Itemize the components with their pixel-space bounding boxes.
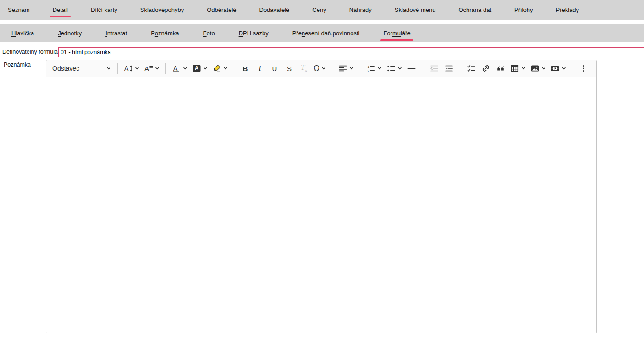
todo-list-button[interactable] xyxy=(465,62,478,75)
toolbar-separator xyxy=(360,63,360,74)
tab-hlavicka[interactable]: Hlavička xyxy=(11,24,34,42)
chevron-down-icon xyxy=(223,66,228,71)
special-characters-button[interactable]: Ω xyxy=(312,62,327,75)
italic-icon: I xyxy=(259,65,261,72)
tab-prilohy[interactable]: Přílohy xyxy=(514,0,533,20)
rich-text-editor: OdstavecAAAABIUSTxΩ12 xyxy=(46,60,597,333)
outdent-icon xyxy=(429,64,439,73)
todo-list-icon xyxy=(467,64,476,73)
tab-formulare[interactable]: Formuláře xyxy=(383,24,410,42)
toolbar-separator xyxy=(332,63,332,74)
bulleted-list-icon xyxy=(386,64,396,73)
indent-icon xyxy=(444,64,453,73)
heading-dropdown-label: Odstavec xyxy=(52,65,79,72)
strikethrough-button[interactable]: S xyxy=(283,62,296,75)
svg-text:A: A xyxy=(144,65,149,72)
remove-format-icon: Tx xyxy=(301,64,307,72)
insert-table-button[interactable] xyxy=(509,62,527,75)
svg-text:A: A xyxy=(124,65,129,72)
chevron-down-icon xyxy=(183,66,187,71)
tab-intrastat[interactable]: Intrastat xyxy=(105,24,127,42)
detail-tab-bar: HlavičkaJednotkyIntrastatPoznámkaFotoDPH… xyxy=(0,24,644,42)
tab-seznam[interactable]: Seznam xyxy=(8,0,30,20)
chevron-down-icon xyxy=(203,66,208,71)
definable-form-input[interactable] xyxy=(58,47,644,57)
tab-skladove-pohyby[interactable]: Skladové pohyby xyxy=(140,0,184,20)
special-characters-icon: Ω xyxy=(314,64,319,72)
tab-jednotky[interactable]: Jednotky xyxy=(58,24,82,42)
tab-detail[interactable]: Detail xyxy=(53,0,68,20)
tab-preklady[interactable]: Překlady xyxy=(556,0,579,20)
link-button[interactable] xyxy=(479,62,492,75)
tab-skladove-menu[interactable]: Skladové menu xyxy=(395,0,436,20)
remove-format-button[interactable]: Tx xyxy=(297,62,310,75)
chevron-down-icon xyxy=(155,66,160,71)
svg-text:2: 2 xyxy=(368,69,370,73)
toolbar-separator xyxy=(165,63,166,74)
toolbar-separator xyxy=(117,63,118,74)
link-icon xyxy=(481,64,490,73)
chevron-down-icon xyxy=(521,66,526,71)
font-size-button[interactable]: A xyxy=(122,62,141,75)
bold-icon: B xyxy=(243,65,248,72)
tab-dodavatele[interactable]: Dodavatelé xyxy=(259,0,290,20)
overflow-menu-icon xyxy=(579,64,588,73)
bold-button[interactable]: B xyxy=(239,62,252,75)
text-alignment-button[interactable] xyxy=(337,62,355,75)
toolbar-separator xyxy=(423,63,423,74)
bulleted-list-button[interactable] xyxy=(385,62,403,75)
editor-content-area[interactable] xyxy=(46,77,596,333)
chevron-down-icon xyxy=(377,66,382,71)
insert-image-button[interactable] xyxy=(529,62,547,75)
definable-form-label: Definovatelný formulář: xyxy=(2,49,61,55)
chevron-down-icon xyxy=(561,66,566,71)
svg-text:A: A xyxy=(173,65,178,72)
main-tab-bar: SeznamDetailDílčí kartySkladové pohybyOd… xyxy=(0,0,644,20)
insert-media-icon xyxy=(550,64,560,73)
tab-ochrana-dat[interactable]: Ochrana dat xyxy=(458,0,491,20)
strikethrough-icon: S xyxy=(287,65,292,72)
underline-icon: U xyxy=(272,65,277,72)
note-label: Poznámka xyxy=(4,61,31,68)
overflow-menu-button[interactable] xyxy=(577,62,590,75)
heading-dropdown-button[interactable]: Odstavec xyxy=(50,62,113,75)
tab-ceny[interactable]: Ceny xyxy=(312,0,326,20)
chevron-down-icon xyxy=(321,66,326,71)
toolbar-separator xyxy=(234,63,234,74)
chevron-down-icon xyxy=(541,66,546,71)
indent-button[interactable] xyxy=(442,62,455,75)
toolbar-separator xyxy=(460,63,460,74)
tab-foto[interactable]: Foto xyxy=(203,24,215,42)
font-family-button[interactable]: A xyxy=(143,62,161,75)
horizontal-line-button[interactable] xyxy=(405,62,418,75)
font-color-icon: A xyxy=(172,64,181,73)
tab-poznamka[interactable]: Poznámka xyxy=(151,24,179,42)
font-background-color-button[interactable]: A xyxy=(191,62,209,75)
block-quote-button[interactable] xyxy=(494,62,507,75)
highlight-button[interactable] xyxy=(211,62,229,75)
tab-odberatele[interactable]: Odběratelé xyxy=(207,0,236,20)
font-background-color-icon: A xyxy=(192,64,201,73)
italic-button[interactable]: I xyxy=(253,62,266,75)
font-family-icon: A xyxy=(144,64,153,73)
numbered-list-button[interactable]: 12 xyxy=(365,62,383,75)
chevron-down-icon xyxy=(106,66,111,71)
font-color-button[interactable]: A xyxy=(171,62,189,75)
insert-image-icon xyxy=(530,64,539,73)
insert-media-button[interactable] xyxy=(549,62,567,75)
font-size-icon: A xyxy=(124,64,133,73)
tab-preneseni-dan-povinnosti[interactable]: Přenesení daň.povinnosti xyxy=(292,24,360,42)
chevron-down-icon xyxy=(397,66,402,71)
tab-dilci-karty[interactable]: Dílčí karty xyxy=(91,0,117,20)
highlight-icon xyxy=(212,64,221,73)
underline-button[interactable]: U xyxy=(268,62,281,75)
outdent-button[interactable] xyxy=(428,62,440,75)
tab-nahrady[interactable]: Náhrady xyxy=(349,0,372,20)
block-quote-icon xyxy=(496,64,505,73)
horizontal-line-icon xyxy=(407,64,416,73)
editor-toolbar: OdstavecAAAABIUSTxΩ12 xyxy=(46,60,596,77)
insert-table-icon xyxy=(510,64,519,73)
svg-text:A: A xyxy=(195,65,199,72)
tab-dph-sazby[interactable]: DPH sazby xyxy=(239,24,269,42)
chevron-down-icon xyxy=(135,66,139,71)
